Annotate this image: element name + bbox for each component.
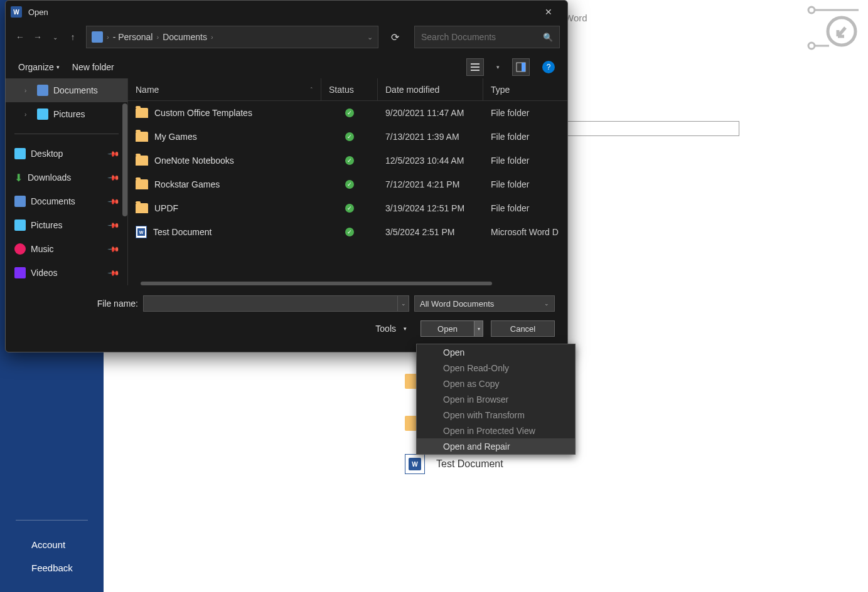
sidebar-item-pictures-q[interactable]: Pictures 📌 [6, 213, 127, 237]
close-button[interactable]: ✕ [535, 1, 562, 23]
svg-rect-6 [471, 66, 480, 68]
list-header: Name ˄ Status Date modified Type [128, 78, 567, 101]
up-button[interactable]: ↑ [66, 27, 80, 47]
menu-item-open-with-transform: Open with Transform [417, 407, 575, 423]
videos-icon [14, 267, 26, 278]
status-ok-icon: ✓ [345, 132, 354, 141]
chevron-down-icon[interactable]: ⌄ [367, 33, 373, 41]
word-title: Word [565, 13, 587, 23]
sidebar-label: Desktop [31, 149, 63, 159]
recent-dropdown[interactable]: ⌄ [48, 27, 62, 47]
view-list-button[interactable] [466, 58, 484, 76]
word-icon: W [11, 6, 22, 18]
sidebar-label: Documents [53, 85, 98, 95]
col-type[interactable]: Type [483, 78, 567, 100]
file-row[interactable]: WTest Document✓3/5/2024 2:51 PMMicrosoft… [128, 220, 567, 244]
downloads-icon: ⬇ [14, 172, 23, 184]
dialog-titlebar: W Open ✕ [6, 1, 567, 23]
col-date[interactable]: Date modified [378, 78, 483, 100]
chevron-right-icon[interactable]: › [107, 33, 109, 41]
file-row[interactable]: UPDF✓3/19/2024 12:51 PMFile folder [128, 196, 567, 220]
breadcrumb[interactable]: › - Personal › Documents › ⌄ [86, 26, 378, 48]
folder-icon [136, 179, 148, 189]
file-row[interactable]: Rockstar Games✓7/12/2021 4:21 PMFile fol… [128, 172, 567, 196]
organize-button[interactable]: Organize▾ [18, 62, 60, 72]
pin-icon: 📌 [107, 195, 121, 208]
search-box[interactable]: 🔍 [414, 26, 560, 48]
menu-item-open-and-repair[interactable]: Open and Repair [417, 438, 575, 454]
chevron-right-icon[interactable]: › [24, 111, 32, 118]
word-doc-icon: W [405, 454, 425, 474]
folder-icon [136, 203, 148, 213]
chevron-right-icon[interactable]: › [211, 33, 213, 41]
status-ok-icon: ✓ [345, 180, 354, 189]
file-name: UPDF [154, 203, 178, 213]
col-status[interactable]: Status [321, 78, 378, 100]
file-name-label: File name: [97, 299, 138, 309]
sidebar-label: Pictures [53, 109, 85, 119]
folder-icon [136, 108, 148, 118]
status-ok-icon: ✓ [345, 156, 354, 165]
menu-item-open[interactable]: Open [417, 344, 575, 360]
documents-icon [14, 196, 26, 207]
file-name: Test Document [153, 227, 212, 237]
file-name-input-wrapper: ⌄ [143, 295, 409, 312]
sidebar-label: Pictures [31, 220, 63, 230]
file-row[interactable]: My Games✓7/13/2021 1:39 AMFile folder [128, 125, 567, 149]
open-dropdown-button[interactable]: ▾ [474, 320, 483, 337]
dialog-toolbar: Organize▾ New folder ▾ ? [6, 56, 567, 78]
file-date: 3/5/2024 2:51 PM [378, 227, 483, 237]
sidebar-item-documents-q[interactable]: Documents 📌 [6, 189, 127, 213]
sidebar-item-desktop[interactable]: Desktop 📌 [6, 142, 127, 166]
word-doc-label: Test Document [436, 458, 503, 470]
file-type: File folder [483, 203, 567, 213]
tools-button[interactable]: Tools▾ [375, 324, 407, 334]
cancel-button[interactable]: Cancel [491, 320, 555, 337]
sidebar-item-videos[interactable]: Videos 📌 [6, 261, 127, 285]
new-folder-button[interactable]: New folder [72, 62, 114, 72]
file-filter-dropdown[interactable]: All Word Documents ⌄ [414, 295, 555, 312]
word-doc-row[interactable]: W Test Document [405, 454, 503, 474]
chevron-right-icon[interactable]: › [24, 87, 32, 94]
breadcrumb-documents[interactable]: Documents [163, 32, 207, 42]
sidebar-item-documents[interactable]: › Documents [6, 78, 127, 102]
file-row[interactable]: Custom Office Templates✓9/20/2021 11:47 … [128, 101, 567, 125]
open-dropdown-menu: OpenOpen Read-OnlyOpen as CopyOpen in Br… [416, 344, 576, 455]
chevron-right-icon[interactable]: › [156, 33, 159, 41]
help-button[interactable]: ? [542, 61, 555, 73]
view-dropdown-icon[interactable]: ▾ [496, 64, 500, 70]
preview-pane-button[interactable] [512, 58, 530, 76]
sidebar-item-pictures[interactable]: › Pictures [6, 102, 127, 126]
dialog-footer: File name: ⌄ All Word Documents ⌄ Tools▾… [6, 285, 567, 347]
corner-graphic-icon [805, 5, 862, 55]
svg-rect-5 [471, 63, 480, 65]
word-doc-icon: W [136, 226, 147, 238]
forward-button[interactable]: → [31, 27, 45, 47]
status-ok-icon: ✓ [345, 204, 354, 213]
sidebar-scrollbar[interactable] [122, 103, 127, 216]
word-feedback[interactable]: Feedback [0, 556, 104, 579]
svg-point-0 [808, 7, 815, 13]
file-name-input[interactable] [144, 299, 397, 309]
file-row[interactable]: OneNote Notebooks✓12/5/2023 10:44 AMFile… [128, 149, 567, 172]
col-name[interactable]: Name ˄ [128, 78, 321, 100]
file-date: 7/13/2021 1:39 AM [378, 132, 483, 142]
file-name-dropdown[interactable]: ⌄ [397, 296, 409, 311]
search-input[interactable] [421, 32, 543, 42]
breadcrumb-personal[interactable]: - Personal [113, 32, 153, 42]
search-icon[interactable]: 🔍 [543, 33, 553, 42]
file-date: 7/12/2021 4:21 PM [378, 179, 483, 189]
menu-item-open-read-only: Open Read-Only [417, 360, 575, 376]
pictures-icon [14, 219, 26, 231]
horizontal-scrollbar[interactable] [141, 282, 492, 285]
dialog-title: Open [28, 8, 48, 17]
open-button[interactable]: Open [421, 320, 474, 337]
back-button[interactable]: ← [13, 27, 27, 47]
svg-point-2 [808, 43, 815, 49]
pin-icon: 📌 [107, 147, 121, 161]
file-type: File folder [483, 156, 567, 166]
word-account[interactable]: Account [0, 533, 104, 556]
refresh-button[interactable]: ⟳ [385, 28, 405, 47]
sidebar-item-downloads[interactable]: ⬇ Downloads 📌 [6, 166, 127, 189]
sidebar-item-music[interactable]: Music 📌 [6, 237, 127, 261]
